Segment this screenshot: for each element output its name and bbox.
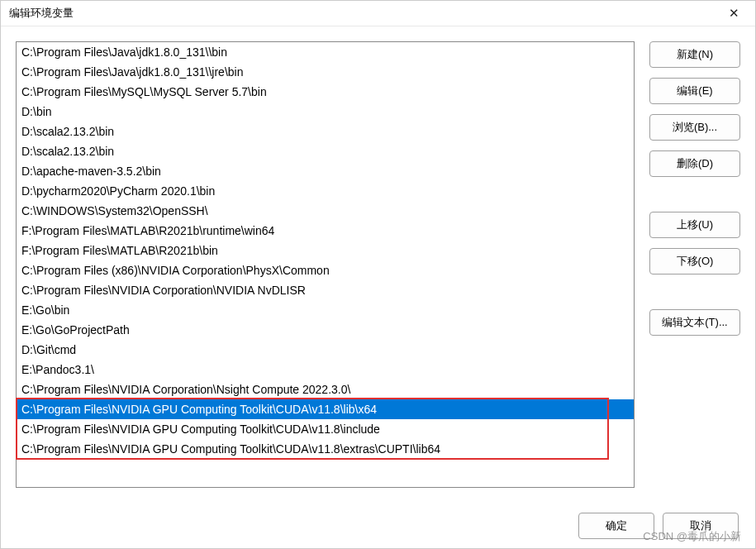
list-item[interactable]: E:\Pandoc3.1\ (17, 360, 634, 380)
list-item[interactable]: C:\Program Files\NVIDIA Corporation\Nsig… (17, 380, 634, 399)
list-item[interactable]: C:\Program Files\NVIDIA GPU Computing To… (17, 439, 634, 459)
edit-button[interactable]: 编辑(E) (649, 78, 740, 104)
list-item[interactable]: D:\bin (17, 102, 634, 122)
list-item[interactable]: E:\Go\GoProjectPath (17, 320, 634, 340)
list-item[interactable]: D:\scala2.13.2\bin (17, 122, 634, 141)
list-item[interactable]: C:\Program Files\Java\jdk1.8.0_131\\jre\… (17, 62, 634, 82)
list-item[interactable]: E:\Go\bin (17, 300, 634, 320)
window-title: 编辑环境变量 (9, 6, 74, 21)
list-item[interactable]: F:\Program Files\MATLAB\R2021b\runtime\w… (17, 221, 634, 241)
list-item[interactable]: D:\pycharm2020\PyCharm 2020.1\bin (17, 181, 634, 201)
list-item[interactable]: C:\Program Files (x86)\NVIDIA Corporatio… (17, 260, 634, 280)
list-item[interactable]: D:\apache-maven-3.5.2\bin (17, 161, 634, 181)
list-item[interactable]: C:\WINDOWS\System32\OpenSSH\ (17, 201, 634, 221)
edit-text-button[interactable]: 编辑文本(T)... (649, 309, 740, 336)
env-var-editor-dialog: 编辑环境变量 ✕ C:\Program Files\Java\jdk1.8.0_… (0, 0, 756, 549)
list-item[interactable]: D:\Git\cmd (17, 340, 634, 360)
list-item[interactable]: C:\Program Files\Java\jdk1.8.0_131\\bin (17, 42, 634, 62)
path-listbox[interactable]: C:\Program Files\Java\jdk1.8.0_131\\binC… (16, 41, 635, 488)
delete-button[interactable]: 删除(D) (649, 150, 740, 177)
dialog-footer: 确定 取消 (1, 503, 755, 548)
list-item[interactable]: D:\scala2.13.2\bin (17, 141, 634, 161)
ok-button[interactable]: 确定 (578, 513, 654, 539)
move-up-button[interactable]: 上移(U) (649, 212, 740, 238)
button-sidebar: 新建(N) 编辑(E) 浏览(B)... 删除(D) 上移(U) 下移(O) 编… (649, 41, 740, 488)
move-down-button[interactable]: 下移(O) (649, 248, 740, 274)
list-item[interactable]: C:\Program Files\MySQL\MySQL Server 5.7\… (17, 82, 634, 102)
close-icon[interactable]: ✕ (717, 2, 750, 24)
browse-button[interactable]: 浏览(B)... (649, 114, 740, 141)
titlebar: 编辑环境变量 ✕ (1, 1, 755, 26)
content-area: C:\Program Files\Java\jdk1.8.0_131\\binC… (1, 26, 755, 503)
cancel-button[interactable]: 取消 (663, 513, 739, 539)
list-item[interactable]: C:\Program Files\NVIDIA GPU Computing To… (17, 399, 634, 419)
listbox-container: C:\Program Files\Java\jdk1.8.0_131\\binC… (16, 41, 635, 488)
list-item[interactable]: F:\Program Files\MATLAB\R2021b\bin (17, 241, 634, 260)
new-button[interactable]: 新建(N) (649, 41, 740, 68)
list-item[interactable]: C:\Program Files\NVIDIA GPU Computing To… (17, 419, 634, 439)
list-item[interactable]: C:\Program Files\NVIDIA Corporation\NVID… (17, 280, 634, 300)
